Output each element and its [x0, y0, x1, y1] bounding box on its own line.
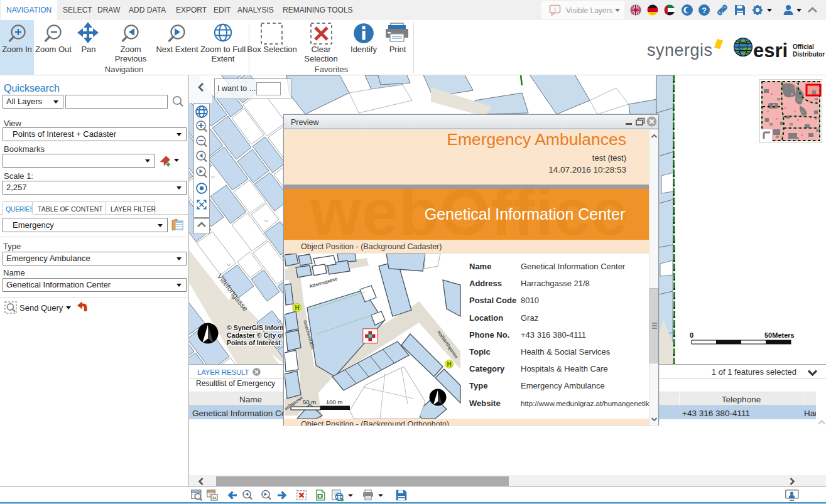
svg-text:100 m: 100 m [326, 399, 342, 405]
svg-text:i: i [554, 6, 555, 13]
svg-text:?: ? [702, 6, 707, 15]
svg-text:50Meters: 50Meters [764, 331, 795, 339]
svg-text:0: 0 [690, 331, 693, 339]
svg-text:50 m: 50 m [303, 399, 316, 405]
svg-text:H: H [295, 304, 299, 311]
svg-text:H: H [447, 361, 451, 368]
